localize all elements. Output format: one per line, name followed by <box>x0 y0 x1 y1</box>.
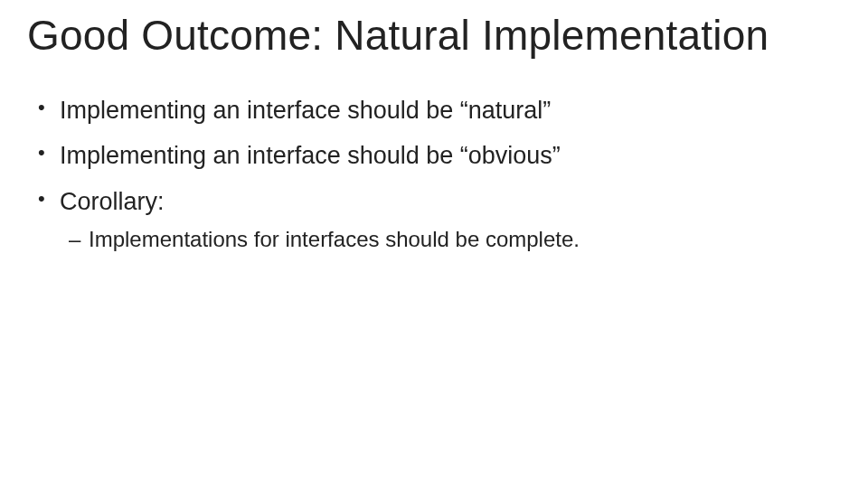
bullet-item: Implementing an interface should be “obv… <box>34 139 841 172</box>
bullet-item: Implementing an interface should be “nat… <box>34 94 841 127</box>
bullet-item: Corollary: Implementations for interface… <box>34 185 841 255</box>
bullet-list: Implementing an interface should be “nat… <box>27 94 841 255</box>
sub-bullet-item: Implementations for interfaces should be… <box>69 225 841 254</box>
bullet-text: Implementing an interface should be “obv… <box>60 142 561 169</box>
bullet-text: Implementing an interface should be “nat… <box>60 97 551 124</box>
bullet-text: Corollary: <box>60 188 165 215</box>
sub-bullet-text: Implementations for interfaces should be… <box>89 227 580 251</box>
slide-title: Good Outcome: Natural Implementation <box>27 11 841 60</box>
slide: Good Outcome: Natural Implementation Imp… <box>0 0 868 488</box>
sub-bullet-list: Implementations for interfaces should be… <box>60 225 841 254</box>
